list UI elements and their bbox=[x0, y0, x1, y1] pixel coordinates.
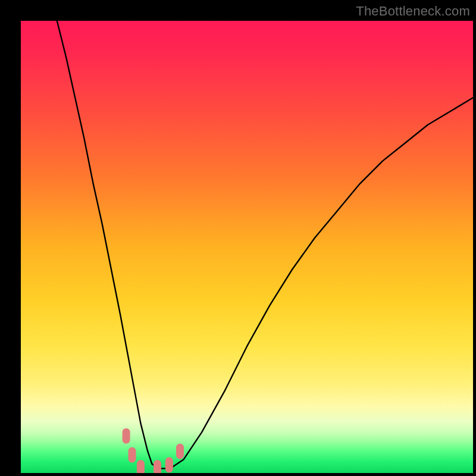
highlight-pill bbox=[129, 447, 136, 463]
highlight-pill bbox=[123, 428, 130, 444]
gradient-background bbox=[21, 21, 473, 473]
highlight-pill bbox=[154, 460, 161, 473]
highlight-pill bbox=[137, 460, 145, 473]
plot-svg bbox=[21, 21, 473, 473]
plot-area bbox=[21, 21, 473, 473]
highlight-pill bbox=[176, 444, 184, 459]
highlight-pill bbox=[165, 457, 173, 472]
watermark-text: TheBottleneck.com bbox=[356, 4, 470, 19]
chart-frame: TheBottleneck.com bbox=[0, 0, 476, 476]
